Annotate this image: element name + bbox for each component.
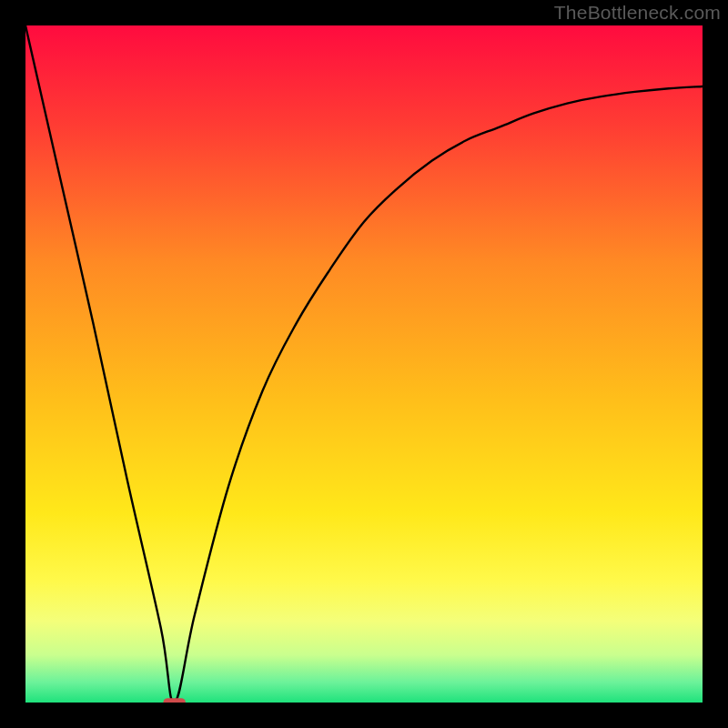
chart-gradient-bg — [25, 25, 703, 703]
chart-svg — [0, 0, 728, 728]
bottleneck-chart: TheBottleneck.com — [0, 0, 728, 728]
attribution-label: TheBottleneck.com — [554, 2, 721, 24]
